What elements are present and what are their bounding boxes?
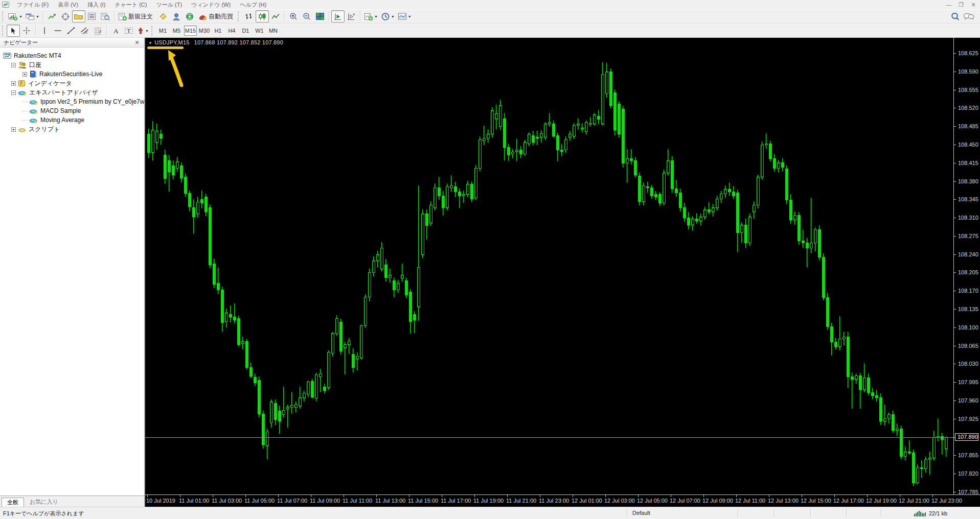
timeframe-button-m30[interactable]: M30 xyxy=(198,26,211,36)
tree-item-4[interactable]: −エキスパートアドバイザ xyxy=(0,88,144,97)
menu-item-5[interactable]: ウィンドウ (W) xyxy=(187,0,235,9)
time-label: 12 Jul 21:00 xyxy=(899,498,929,504)
tree-item-2[interactable]: +RakutenSecurities-Live xyxy=(0,69,144,79)
toolbar-grip[interactable] xyxy=(151,26,154,36)
options-button[interactable] xyxy=(170,10,183,22)
chart-shift-button[interactable] xyxy=(345,10,358,22)
expand-icon[interactable]: + xyxy=(11,81,16,86)
line-chart-button[interactable] xyxy=(269,10,282,22)
timeframe-button-d1[interactable]: D1 xyxy=(239,26,252,36)
menu-item-4[interactable]: ツール (T) xyxy=(151,0,187,9)
timeframe-button-m1[interactable]: M1 xyxy=(156,26,169,36)
time-label: 11 Jul 17:00 xyxy=(441,498,471,504)
status-profile[interactable]: Default xyxy=(632,510,650,516)
templates-button[interactable]: ▼ xyxy=(396,10,413,22)
navigator-button[interactable] xyxy=(72,10,85,22)
menu-item-6[interactable]: ヘルプ (H) xyxy=(235,0,271,9)
navigator-tab-common[interactable]: 全般 xyxy=(2,498,24,507)
new-order-button[interactable]: 新規注文 xyxy=(117,10,156,22)
market-watch-button[interactable] xyxy=(45,10,59,22)
autotrading-button[interactable]: 自動売買 xyxy=(196,10,237,22)
menu-item-2[interactable]: 挿入 (I) xyxy=(83,0,110,9)
trendline-button[interactable] xyxy=(64,25,78,37)
vertical-line-button[interactable] xyxy=(38,25,51,37)
toolbar-grip[interactable] xyxy=(2,11,5,21)
navigator-tab-favorites[interactable]: お気に入り xyxy=(24,497,64,507)
time-label: 11 Jul 23:00 xyxy=(539,498,569,504)
tree-item-7[interactable]: Moving Average xyxy=(0,115,144,125)
cursor-button[interactable] xyxy=(7,25,20,37)
price-label: 108.100 xyxy=(958,324,978,331)
crosshair-button[interactable] xyxy=(20,25,33,37)
text-button[interactable]: A xyxy=(109,25,122,37)
time-tick xyxy=(736,495,737,497)
timeframe-button-h4[interactable]: H4 xyxy=(225,26,238,36)
auto-scroll-button[interactable] xyxy=(331,10,345,22)
fibonacci-button[interactable]: F xyxy=(91,25,104,37)
collapse-icon[interactable]: − xyxy=(11,63,16,67)
data-window-button[interactable] xyxy=(59,10,72,22)
chat-bubbles-icon xyxy=(963,12,974,21)
menu-item-1[interactable]: 表示 (V) xyxy=(53,0,83,9)
tile-windows-button[interactable] xyxy=(313,10,327,22)
autotrading-icon xyxy=(198,12,208,21)
tree-item-5[interactable]: Ippon Ver2_5 Premium by CY_e0je7wra xyxy=(0,97,144,106)
indicators-button[interactable]: ▼ xyxy=(362,10,379,22)
chart-ohlc-values: 107.868 107.892 107.852 107.890 xyxy=(194,39,283,45)
navigator-titlebar[interactable]: ナビゲーター ✕ xyxy=(0,38,144,48)
zoom-in-button[interactable] xyxy=(287,10,300,22)
tree-item-8[interactable]: +スクリプト xyxy=(0,125,144,134)
zoom-out-icon xyxy=(302,12,311,21)
expand-icon[interactable]: + xyxy=(22,72,27,77)
equidistant-channel-button[interactable]: E xyxy=(78,25,91,37)
signals-button[interactable] xyxy=(183,10,196,22)
profiles-button[interactable]: ▼ xyxy=(24,10,41,22)
tree-item-1[interactable]: −口座 xyxy=(0,60,144,69)
periods-button[interactable]: ▼ xyxy=(379,10,396,22)
chevron-down-icon: ▼ xyxy=(391,15,395,18)
horizontal-line-button[interactable] xyxy=(51,25,64,37)
timeframe-button-h1[interactable]: H1 xyxy=(212,26,224,36)
menu-item-0[interactable]: ファイル (F) xyxy=(12,0,53,9)
expert-icon xyxy=(18,89,27,96)
price-tick xyxy=(954,108,956,108)
toolbar-grip[interactable] xyxy=(2,26,5,36)
minimize-button[interactable]: — xyxy=(945,2,952,8)
price-chart[interactable] xyxy=(145,38,953,494)
expand-icon[interactable]: + xyxy=(11,127,16,132)
time-tick xyxy=(278,495,279,497)
timeframe-button-w1[interactable]: W1 xyxy=(253,26,266,36)
accounts-icon xyxy=(18,61,27,68)
candlestick-button[interactable] xyxy=(256,10,269,22)
tree-item-6[interactable]: MACD Sample xyxy=(0,106,144,115)
close-navigator-button[interactable]: ✕ xyxy=(133,39,141,46)
close-button[interactable]: ✕ xyxy=(970,2,977,8)
toolbar-grip[interactable] xyxy=(238,11,240,21)
tree-item-0[interactable]: RakutenSec MT4 xyxy=(0,51,144,60)
toolbar-line-studies: E F A T ▼ M1M5M15M30H1H4D1W1MN xyxy=(0,23,980,38)
tree-item-label: RakutenSec MT4 xyxy=(14,52,61,59)
chevron-down-icon: ▼ xyxy=(374,15,378,18)
zoom-out-button[interactable] xyxy=(300,10,313,22)
new-chart-button[interactable]: ▼ xyxy=(7,10,24,22)
search-button[interactable] xyxy=(948,10,962,22)
metaeditor-button[interactable] xyxy=(156,10,170,22)
arrows-button[interactable]: ▼ xyxy=(135,25,150,37)
terminal-button[interactable] xyxy=(85,10,99,22)
price-tick xyxy=(954,364,956,364)
time-label: 12 Jul 11:00 xyxy=(735,498,765,504)
community-button[interactable] xyxy=(962,10,976,22)
strategy-tester-button[interactable] xyxy=(99,10,112,22)
price-label: 107.925 xyxy=(958,416,978,422)
timeframe-button-mn[interactable]: MN xyxy=(267,26,280,36)
timeframe-button-m15[interactable]: M15 xyxy=(184,26,197,36)
text-label-button[interactable]: T xyxy=(122,25,135,37)
menu-item-3[interactable]: チャート (C) xyxy=(110,0,151,9)
collapse-icon[interactable]: − xyxy=(11,90,16,95)
bar-chart-button[interactable] xyxy=(242,10,256,22)
restore-button[interactable]: ❐ xyxy=(958,2,965,8)
chart-window[interactable]: ▼USDJPY,M15107.868 107.892 107.852 107.8… xyxy=(145,38,980,507)
timeframe-button-m5[interactable]: M5 xyxy=(170,26,183,36)
tree-item-3[interactable]: +fインディケータ xyxy=(0,79,144,88)
status-divider xyxy=(846,509,847,517)
